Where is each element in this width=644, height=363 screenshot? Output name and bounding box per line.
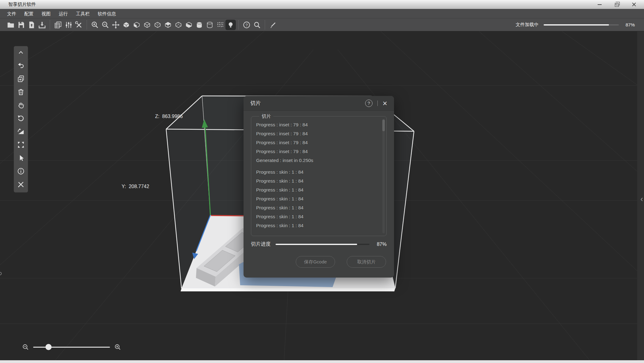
help-icon[interactable]: ? <box>241 20 252 30</box>
slice-progress-label: 切片进度 <box>251 241 271 247</box>
mirror-scale-icon[interactable] <box>16 127 25 136</box>
log-line: Progress : skin : 1 : 84 <box>256 185 377 194</box>
log-scrollbar[interactable] <box>382 119 385 233</box>
z-axis-label: Z: 863.9986 <box>155 114 183 119</box>
view-wireframe-back-icon[interactable] <box>173 20 184 30</box>
slice-progress-row: 切片进度 87% <box>251 241 387 247</box>
y-axis-label: Y: 208.7742 <box>122 184 149 189</box>
dialog-button-row: 保存Gcode 取消切片 <box>251 256 387 268</box>
slice-dialog: 切片 ? × 切片 Progress : inset : 79 : 84 Pro… <box>244 96 394 278</box>
menu-run[interactable]: 运行 <box>55 9 72 18</box>
view-wireframe-dashed-icon[interactable] <box>152 20 163 30</box>
view-solid-icon[interactable] <box>121 20 131 30</box>
open-file-icon[interactable] <box>6 20 16 30</box>
slice-progressbar <box>275 244 369 245</box>
toolbar-separator <box>50 20 50 30</box>
close-button[interactable] <box>630 2 637 8</box>
slice-log-group-label: 切片 <box>259 113 273 119</box>
log-scrollbar-thumb[interactable] <box>382 120 385 131</box>
repair-tools-icon[interactable] <box>74 20 84 30</box>
fit-view-icon[interactable] <box>16 140 25 149</box>
collapse-up-icon[interactable] <box>16 48 25 57</box>
main-toolbar: ? 文件加载中 87% <box>0 18 644 31</box>
svg-text:?: ? <box>245 22 248 27</box>
repair-tools-icon[interactable] <box>16 180 25 189</box>
toolbar-separator <box>265 20 265 30</box>
delete-icon[interactable] <box>16 88 25 96</box>
copy-plate-icon[interactable] <box>53 20 63 30</box>
log-line: Progress : skin : 1 : 84 <box>256 212 377 221</box>
log-line: Progress : inset : 79 : 84 <box>256 138 377 147</box>
select-cursor-icon[interactable] <box>16 154 25 162</box>
view-cylinder-wireframe-icon[interactable] <box>205 20 215 30</box>
window-title: 智享切片软件 <box>8 2 36 7</box>
log-line: Progress : inset : 79 : 84 <box>256 147 377 156</box>
zoom-slider-knob[interactable] <box>45 344 52 350</box>
zoom-out-icon[interactable] <box>22 344 29 350</box>
build-plate-edge <box>181 288 395 291</box>
menu-about[interactable]: 软件信息 <box>94 9 120 18</box>
duplicate-icon[interactable] <box>16 74 25 83</box>
pan-hand-icon[interactable] <box>16 101 25 109</box>
log-line: Progress : skin : 1 : 84 <box>256 203 377 212</box>
zoom-in-icon[interactable] <box>114 344 121 350</box>
toolbar-separator <box>87 20 87 30</box>
restore-button[interactable] <box>613 2 620 8</box>
annotate-pen-icon[interactable] <box>268 20 278 30</box>
log-line: Progress : skin : 1 : 84 <box>256 168 377 176</box>
settings-sliders-icon[interactable] <box>63 20 74 30</box>
view-cutaway-icon[interactable] <box>184 20 194 30</box>
file-loading-percent: 87% <box>624 22 635 27</box>
window-titlebar: 智享切片软件 <box>0 0 644 9</box>
view-solid-top-icon[interactable] <box>163 20 173 30</box>
viewport-zoom-bar <box>22 344 121 350</box>
close-icon <box>632 2 636 6</box>
log-line: Progress : skin : 1 : 84 <box>256 194 377 203</box>
view-wireframe-icon[interactable] <box>142 20 152 30</box>
side-tool-palette <box>14 46 28 192</box>
file-loading-indicator: 文件加载中 87% <box>516 22 635 28</box>
app-window: { "window": { "title": "智享切片软件", "contro… <box>0 0 644 363</box>
view-left-face-icon[interactable] <box>131 20 142 30</box>
move-view-icon[interactable] <box>111 20 121 30</box>
menu-toolbar[interactable]: 工具栏 <box>72 9 94 18</box>
menu-view[interactable]: 视图 <box>37 9 55 18</box>
minimize-button[interactable] <box>596 2 603 8</box>
window-controls <box>596 2 637 8</box>
zoom-out-icon[interactable] <box>100 20 111 30</box>
menu-config[interactable]: 配置 <box>20 9 37 18</box>
undo-icon[interactable] <box>16 61 25 70</box>
menu-file[interactable]: 文件 <box>3 9 20 18</box>
slice-dialog-title: 切片 <box>250 100 261 107</box>
log-line: Progress : inset : 79 : 84 <box>256 129 377 138</box>
view-cylinder-icon[interactable] <box>194 20 205 30</box>
import-icon[interactable] <box>26 20 37 30</box>
save-icon[interactable] <box>16 20 26 30</box>
info-icon[interactable] <box>16 167 25 176</box>
slice-dialog-titlebar[interactable]: 切片 ? × <box>244 96 394 111</box>
slice-log-list[interactable]: Progress : inset : 79 : 84 Progress : in… <box>251 116 386 230</box>
log-line: Generated : inset in 0.250s <box>256 156 377 165</box>
slice-log-groupbox: 切片 Progress : inset : 79 : 84 Progress :… <box>251 116 387 236</box>
dialog-titlebar-divider <box>377 101 378 106</box>
log-line: Progress : skin : 1 : 84 <box>256 221 377 230</box>
slice-progress-percent: 87% <box>374 242 387 247</box>
save-gcode-button[interactable]: 保存Gcode <box>296 256 335 268</box>
cancel-slice-button[interactable]: 取消切片 <box>347 256 386 268</box>
panel-collapse-chevron[interactable]: ‹ <box>640 195 643 203</box>
rotate-icon[interactable] <box>16 114 25 123</box>
zoom-slider-track[interactable] <box>33 347 110 348</box>
toolbar-separator <box>238 20 239 30</box>
file-loading-progress-fill <box>544 24 609 26</box>
file-loading-progressbar <box>544 24 619 26</box>
search-icon[interactable] <box>252 20 262 30</box>
light-toggle-icon[interactable] <box>225 20 236 30</box>
dialog-help-icon[interactable]: ? <box>365 100 373 107</box>
file-loading-label: 文件加载中 <box>516 22 539 28</box>
dialog-close-icon[interactable]: × <box>383 100 387 107</box>
export-icon[interactable] <box>37 20 47 30</box>
zoom-in-icon[interactable] <box>90 20 100 30</box>
minimize-icon <box>598 4 602 5</box>
view-points-icon[interactable] <box>215 20 225 30</box>
restore-icon <box>615 3 619 7</box>
